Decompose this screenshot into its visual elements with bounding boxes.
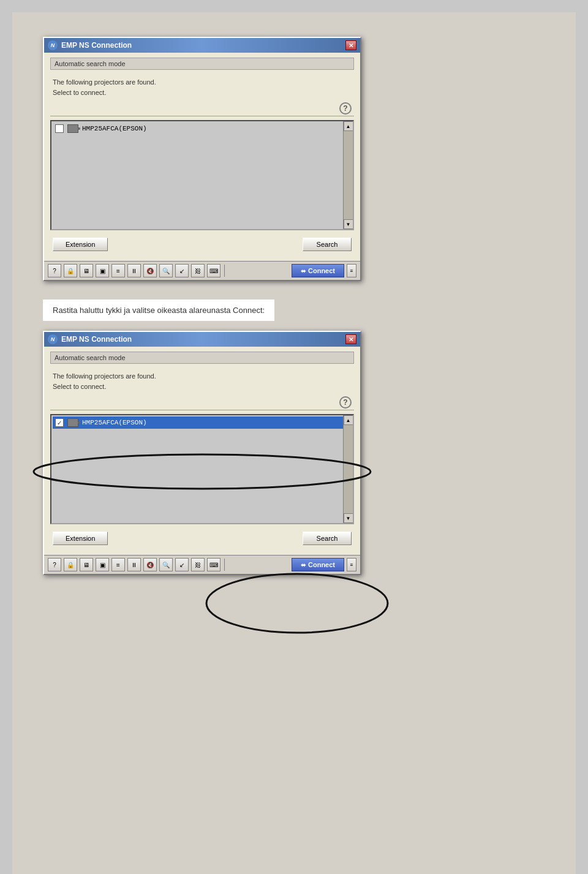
- toolbar-list-btn-2[interactable]: ≡: [111, 558, 125, 571]
- scrollbar-track-1[interactable]: [344, 131, 353, 219]
- zoom-icon-2: 🔍: [162, 562, 170, 568]
- toolbar-screen-btn-2[interactable]: ▣: [96, 558, 109, 571]
- list-scrollbar-1[interactable]: ▲ ▼: [343, 121, 353, 229]
- connect-button-1[interactable]: ⬌ Connect: [292, 264, 344, 277]
- connect-button-2[interactable]: ⬌ Connect: [292, 558, 344, 571]
- toolbar-pause-btn-2[interactable]: ⏸: [127, 558, 141, 571]
- dialog-window-2: N EMP NS Connection ✕ Automatic search m…: [43, 331, 361, 575]
- toolbar-menu-btn-1[interactable]: ≡: [347, 264, 356, 277]
- lock-icon-1: 🔒: [67, 268, 74, 274]
- titlebar-left-1: N EMP NS Connection: [48, 40, 132, 50]
- message-line2-2: Select to connect.: [53, 382, 352, 392]
- toolbar-key-btn-1[interactable]: ⌨: [207, 264, 221, 277]
- key-icon-1: ⌨: [209, 268, 218, 274]
- pause-icon-1: ⏸: [131, 268, 137, 274]
- toolbar-help-label-2: ?: [53, 562, 56, 568]
- projector-checkbox-1[interactable]: [55, 124, 64, 133]
- dialog-close-btn-2[interactable]: ✕: [345, 334, 356, 344]
- connect-arrow-icon-2: ⬌: [301, 562, 306, 568]
- dialog-toolbar-2: ? 🔒 🖥 ▣ ≡: [44, 555, 360, 574]
- projector-list-item-2[interactable]: ✓ HMP25AFCA(EPSON): [53, 416, 352, 429]
- toolbar-link-btn-1[interactable]: ⛓: [191, 264, 205, 277]
- scrollbar-up-1[interactable]: ▲: [344, 121, 353, 131]
- toolbar-zoom-btn-2[interactable]: 🔍: [159, 558, 173, 571]
- emp-ns-icon-1: N: [48, 40, 58, 50]
- toolbar-help-btn-1[interactable]: ?: [48, 264, 61, 277]
- connect-arrow-icon-1: ⬌: [301, 268, 306, 274]
- dialog-titlebar-1: N EMP NS Connection ✕: [44, 38, 360, 53]
- screen-icon-1: ▣: [100, 268, 105, 274]
- scrollbar-up-2[interactable]: ▲: [344, 415, 353, 425]
- help-button-1[interactable]: ?: [339, 102, 352, 115]
- pointer-icon-1: ↙: [179, 268, 184, 274]
- message-line1-1: The following projectors are found.: [53, 77, 352, 88]
- search-button-1[interactable]: Search: [303, 238, 352, 251]
- toolbar-list-btn-1[interactable]: ≡: [111, 264, 125, 277]
- lock-icon-2: 🔒: [67, 562, 74, 568]
- svg-point-1: [206, 574, 388, 633]
- dialog-title-2: EMP NS Connection: [61, 335, 132, 344]
- zoom-icon-1: 🔍: [162, 268, 170, 274]
- dialog-message-2: The following projectors are found. Sele…: [50, 367, 354, 395]
- dialog-close-btn-1[interactable]: ✕: [345, 40, 356, 50]
- toolbar-menu-btn-2[interactable]: ≡: [347, 558, 356, 571]
- projector-list-1[interactable]: HMP25AFCA(EPSON) ▲ ▼: [50, 120, 354, 230]
- dialog-titlebar-2: N EMP NS Connection ✕: [44, 332, 360, 347]
- dialog-body-1: Automatic search mode The following proj…: [44, 53, 360, 261]
- toolbar-screen-btn-1[interactable]: ▣: [96, 264, 109, 277]
- extension-button-2[interactable]: Extension: [53, 532, 108, 545]
- message-line2-1: Select to connect.: [53, 88, 352, 98]
- dialog-message-1: The following projectors are found. Sele…: [50, 73, 354, 101]
- toolbar-pointer-btn-1[interactable]: ↙: [175, 264, 189, 277]
- toolbar-pause-btn-1[interactable]: ⏸: [127, 264, 141, 277]
- connect-label-2: Connect: [308, 561, 335, 568]
- key-icon-2: ⌨: [209, 562, 218, 568]
- toolbar-help-btn-2[interactable]: ?: [48, 558, 61, 571]
- toolbar-separator-1: [224, 265, 225, 277]
- message-line1-2: The following projectors are found.: [53, 371, 352, 382]
- toolbar-pointer-btn-2[interactable]: ↙: [175, 558, 189, 571]
- toolbar-monitor-btn-1[interactable]: 🖥: [80, 264, 93, 277]
- dialog-buttons-1: Extension Search: [50, 233, 354, 256]
- scrollbar-down-2[interactable]: ▼: [344, 513, 353, 523]
- toolbar-lock-btn-2[interactable]: 🔒: [64, 558, 77, 571]
- toolbar-link-btn-2[interactable]: ⛓: [191, 558, 205, 571]
- dialog-container-2: N EMP NS Connection ✕ Automatic search m…: [43, 331, 361, 575]
- link-icon-2: ⛓: [195, 562, 201, 568]
- projector-name-1: HMP25AFCA(EPSON): [82, 125, 147, 132]
- projector-name-2: HMP25AFCA(EPSON): [82, 419, 147, 426]
- toolbar-lock-btn-1[interactable]: 🔒: [64, 264, 77, 277]
- projector-list-2[interactable]: ✓ HMP25AFCA(EPSON) ▲ ▼: [50, 414, 354, 524]
- toolbar-mute-btn-2[interactable]: 🔇: [143, 558, 157, 571]
- projector-checkbox-2[interactable]: ✓: [55, 418, 64, 427]
- toolbar-key-btn-2[interactable]: ⌨: [207, 558, 221, 571]
- projector-list-item-1[interactable]: HMP25AFCA(EPSON): [53, 122, 352, 135]
- help-button-2[interactable]: ?: [339, 396, 352, 409]
- search-button-2[interactable]: Search: [303, 532, 352, 545]
- list-icon-1: ≡: [116, 268, 120, 274]
- titlebar-left-2: N EMP NS Connection: [48, 334, 132, 344]
- screen-icon-2: ▣: [100, 562, 105, 568]
- dialog-toolbar-1: ? 🔒 🖥 ▣ ≡ ⏸: [44, 261, 360, 280]
- scrollbar-down-1[interactable]: ▼: [344, 219, 353, 229]
- section-label-2: Automatic search mode: [50, 352, 354, 364]
- emp-ns-icon-2: N: [48, 334, 58, 344]
- dialog-body-2: Automatic search mode The following proj…: [44, 347, 360, 555]
- dialog-window-1: N EMP NS Connection ✕ Automatic search m…: [43, 37, 361, 281]
- projector-device-icon-1: [67, 124, 78, 133]
- oval-annotation-2: [202, 570, 392, 637]
- extension-button-1[interactable]: Extension: [53, 238, 108, 251]
- section-label-1: Automatic search mode: [50, 58, 354, 70]
- list-scrollbar-2[interactable]: ▲ ▼: [343, 415, 353, 523]
- scrollbar-track-2[interactable]: [344, 425, 353, 513]
- help-row-2: ?: [50, 395, 354, 410]
- dialog-buttons-2: Extension Search: [50, 527, 354, 550]
- mute-icon-1: 🔇: [146, 268, 154, 274]
- toolbar-zoom-btn-1[interactable]: 🔍: [159, 264, 173, 277]
- list-icon-2: ≡: [116, 562, 120, 568]
- toolbar-mute-btn-1[interactable]: 🔇: [143, 264, 157, 277]
- dialog-title-1: EMP NS Connection: [61, 41, 132, 50]
- toolbar-help-label-1: ?: [53, 268, 56, 274]
- projector-device-icon-2: [67, 418, 78, 427]
- toolbar-monitor-btn-2[interactable]: 🖥: [80, 558, 93, 571]
